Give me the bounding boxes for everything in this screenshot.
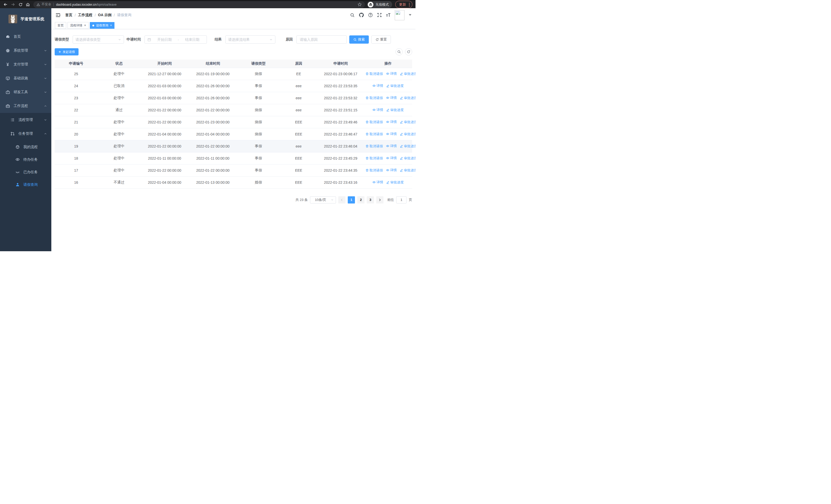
detail-action-link[interactable]: 详情 [386,131,397,136]
tab-leave-query[interactable]: 请假查询× [90,22,114,29]
update-button[interactable]: 更新 [395,1,412,8]
close-tab-icon[interactable]: × [110,24,112,27]
table-row: 19处理中2022-01-22 00:00:002022-01-22 00:00… [55,140,412,152]
end-date-input[interactable] [180,37,204,41]
avatar-caret-icon[interactable] [409,14,411,16]
cancel-action-link[interactable]: 取消请假 [366,156,383,161]
breadcrumb-item[interactable]: 首页 [65,13,73,18]
goto-page-input[interactable] [396,196,406,204]
start-date-input[interactable] [153,37,176,41]
reason-field[interactable] [296,35,347,43]
progress-action-link[interactable]: 审批进度 [386,108,404,112]
app-logo[interactable]: 芋道管理系统 [0,8,51,30]
sidebar-item-task-mgmt[interactable]: 任务管理 [0,127,51,141]
cancel-action-link[interactable]: 取消请假 [366,96,383,100]
detail-action-link[interactable]: 详情 [372,83,383,88]
sidebar-item-label: 待办任务 [23,157,38,162]
action-label: 取消请假 [370,71,383,76]
sidebar-item-system[interactable]: 系统管理 [0,43,51,58]
page-size-select[interactable]: 10条/页 [310,196,336,204]
address-bar[interactable]: 不安全 dashboard.yudao.iocoder.cn/bpm/oa/le… [33,1,365,8]
sidebar-item-my-process[interactable]: 我的流程 [0,141,51,153]
apply-time-range[interactable]: - [144,35,207,43]
breadcrumb-item[interactable]: OA 示例 [98,13,111,18]
sidebar-item-todo-tasks[interactable]: 待办任务 [0,153,51,166]
action-label: 详情 [390,95,397,100]
sidebar-item-devtools[interactable]: 研发工具 [0,85,51,99]
sidebar-item-payment[interactable]: 支付管理 [0,58,51,71]
reason-input[interactable] [300,37,343,41]
page-size-value: 10条/页 [315,198,326,202]
progress-action-link[interactable]: 审批进度 [400,71,416,76]
progress-action-link[interactable]: 审批进度 [400,168,416,173]
detail-action-link[interactable]: 详情 [386,144,397,148]
cancel-action-link[interactable]: 取消请假 [366,168,383,173]
browser-menu-icon[interactable] [409,3,410,7]
github-icon[interactable] [359,12,364,18]
detail-action-link[interactable]: 详情 [372,108,383,112]
back-icon[interactable] [2,1,9,8]
detail-action-link[interactable]: 详情 [386,120,397,124]
logo-image [8,14,17,23]
leave-type-select[interactable] [73,35,124,43]
detail-action-link[interactable]: 详情 [372,180,383,184]
detail-action-link[interactable]: 详情 [386,156,397,160]
progress-action-link[interactable]: 审批进度 [386,84,404,88]
refresh-icon [375,38,379,41]
sidebar-fold-icon[interactable] [55,12,61,18]
detail-action-link[interactable]: 详情 [386,168,397,173]
help-icon[interactable] [368,12,373,18]
cancel-action-link[interactable]: 取消请假 [366,132,383,137]
leave-type-input[interactable] [76,37,118,41]
progress-action-link[interactable]: 审批进度 [400,144,416,149]
next-page-button[interactable] [376,196,383,204]
progress-action-link[interactable]: 审批进度 [400,96,416,100]
toggle-search-button[interactable] [396,48,403,55]
reload-icon[interactable] [17,1,24,8]
tab-process-detail[interactable]: 流程详情× [67,22,89,29]
refresh-table-button[interactable] [405,48,412,55]
sidebar-item-leave-query[interactable]: 请假查询 [0,178,51,191]
font-size-icon[interactable] [386,12,391,18]
close-tab-icon[interactable]: × [84,24,86,27]
breadcrumb-item[interactable]: 工作流程 [78,13,92,18]
sidebar-item-done-tasks[interactable]: 已办任务 [0,166,51,178]
progress-action-link[interactable]: 审批进度 [400,132,416,137]
cancel-action-link[interactable]: 取消请假 [366,144,383,149]
tab-home[interactable]: 首页 [55,22,66,29]
sidebar-item-home[interactable]: 首页 [0,30,51,43]
cell-type: 婚假 [237,176,280,188]
sidebar-item-infra[interactable]: 基础设施 [0,71,51,85]
chevron-right-icon [378,198,381,202]
result-select[interactable] [225,35,276,43]
avatar[interactable] [395,10,404,20]
page-button-3[interactable]: 3 [367,196,374,204]
progress-action-link[interactable]: 审批进度 [386,180,404,185]
search-icon[interactable] [350,12,355,18]
edit-icon [386,108,390,112]
detail-action-link[interactable]: 详情 [386,95,397,100]
detail-action-link[interactable]: 详情 [386,71,397,76]
progress-action-link[interactable]: 审批进度 [400,156,416,161]
search-button[interactable]: 搜索 [349,35,369,43]
home-icon[interactable] [24,1,31,8]
sidebar-item-workflow[interactable]: 工作流程 [0,99,51,113]
cancel-action-link[interactable]: 取消请假 [366,120,383,124]
page-button-2[interactable]: 2 [357,196,365,204]
cancel-action-link[interactable]: 取消请假 [366,71,383,76]
sidebar-item-process-mgmt[interactable]: 流程管理 [0,113,51,127]
prev-page-button[interactable] [338,196,345,204]
bookmark-star-icon[interactable] [357,2,362,7]
reset-button[interactable]: 重置 [371,35,391,43]
browser-toolbar: 不安全 dashboard.yudao.iocoder.cn/bpm/oa/le… [0,0,416,8]
fullscreen-icon[interactable] [377,12,382,18]
forward-icon[interactable] [9,1,17,8]
progress-action-link[interactable]: 审批进度 [400,120,416,124]
view-icon [372,84,376,88]
page-button-1[interactable]: 1 [348,196,355,204]
create-leave-button[interactable]: 发起请假 [55,48,79,55]
result-input[interactable] [228,37,269,41]
dashboard-icon [5,34,10,39]
incognito-label: 无痕模式 [375,2,389,7]
cell-end: 2022-01-26 00:00:00 [189,92,237,104]
